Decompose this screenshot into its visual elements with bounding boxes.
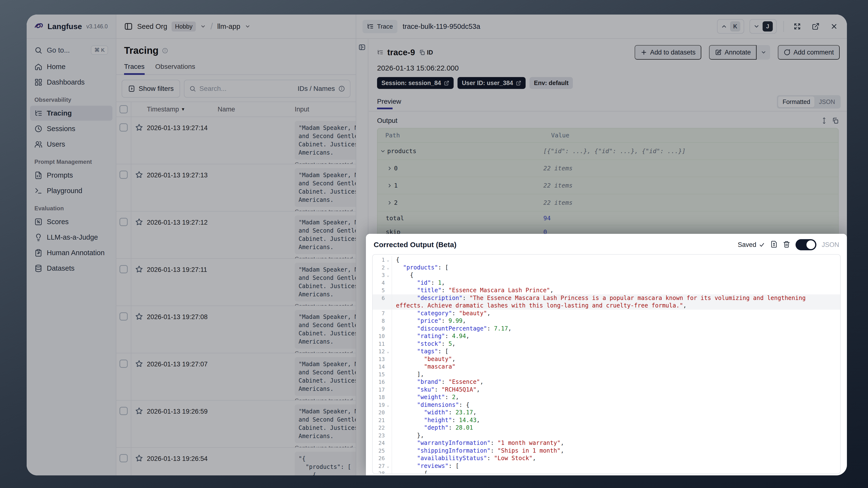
code-line[interactable]: 14 "mascara"	[373, 363, 840, 371]
bookmark-star-button[interactable]	[131, 117, 147, 164]
add-to-datasets-button[interactable]: Add to datasets	[634, 45, 702, 60]
code-line[interactable]: 13 "beauty",	[373, 356, 840, 363]
code-line[interactable]: 10 "rating": 4.94,	[373, 332, 840, 340]
table-row[interactable]: 2026-01-13 19:27:14"Madam Speaker, Ma an…	[116, 117, 356, 164]
info-icon[interactable]	[162, 48, 168, 54]
table-row[interactable]: 2026-01-13 19:27:07"Madam Speaker, Ma an…	[116, 353, 356, 400]
table-row[interactable]: 2026-01-13 19:27:13"Madam Speaker, Ma an…	[116, 164, 356, 212]
toggle-json[interactable]: JSON	[814, 96, 839, 108]
close-button[interactable]	[828, 20, 841, 33]
code-line[interactable]: 3⌄ {	[373, 271, 840, 279]
prev-trace-button[interactable]: K	[717, 19, 744, 34]
next-trace-button[interactable]: J	[749, 19, 777, 34]
tab-observations[interactable]: Observations	[155, 63, 195, 74]
sidebar-item-sessions[interactable]: Sessions	[30, 121, 113, 136]
code-line[interactable]: 24 "warrantyInformation": "1 month warra…	[373, 439, 840, 447]
code-line[interactable]: 26 "availabilityStatus": "Low Stock",	[373, 455, 840, 462]
code-line[interactable]: 12⌄ "tags": [	[373, 348, 840, 356]
fold-chevron-icon[interactable]: ⌄	[385, 348, 391, 356]
sidebar-item-playground[interactable]: Playground	[30, 183, 113, 198]
column-input[interactable]: Input	[294, 105, 356, 113]
sidebar-item-home[interactable]: Home	[30, 59, 113, 74]
code-line[interactable]: 8 "price": 9.99,	[373, 317, 840, 325]
code-line[interactable]: 9 "discountPercentage": 7.17,	[373, 325, 840, 333]
output-row[interactable]: 022 items	[377, 160, 838, 177]
bookmark-star-button[interactable]	[131, 164, 147, 211]
json-code-editor[interactable]: 1⌄{2⌄ "products": [3⌄ {4 "id": 1,5 "titl…	[372, 254, 841, 474]
table-row[interactable]: 2026-01-13 19:27:08"Madam Speaker, Ma an…	[116, 306, 356, 353]
bookmark-star-button[interactable]	[131, 212, 147, 258]
table-row[interactable]: 2026-01-13 19:26:54"{ "products": [ {	[116, 448, 356, 476]
panel-expand-icon[interactable]	[359, 43, 366, 51]
row-checkbox[interactable]	[120, 312, 128, 321]
org-name[interactable]: Seed Org	[137, 23, 167, 31]
code-line[interactable]: 5 "title": "Essence Mascara Lash Prince"…	[373, 287, 840, 295]
column-timestamp[interactable]: Timestamp▼	[147, 105, 218, 113]
bookmark-star-button[interactable]	[131, 400, 147, 447]
table-row[interactable]: 2026-01-13 19:27:12"Madam Speaker, Ma an…	[116, 212, 356, 259]
toggle-formatted[interactable]: Formatted	[778, 96, 814, 108]
sidebar-item-datasets[interactable]: Datasets	[30, 261, 113, 276]
bookmark-star-button[interactable]	[131, 448, 147, 476]
annotate-dropdown-button[interactable]	[756, 45, 770, 60]
code-line[interactable]: 28⌄ {	[373, 470, 840, 474]
code-line[interactable]: 1⌄{	[373, 256, 840, 264]
metadata-badge[interactable]: Session: session_84	[377, 77, 454, 89]
expand-vertical-icon[interactable]	[821, 117, 828, 124]
code-line[interactable]: 7 "category": "beauty",	[373, 310, 840, 317]
fold-chevron-icon[interactable]: ⌄	[385, 462, 391, 470]
code-line[interactable]: 19⌄ "dimensions": {	[373, 401, 840, 409]
metadata-badge[interactable]: User ID: user_384	[458, 77, 526, 89]
code-line[interactable]: 18 "weight": 2,	[373, 394, 840, 401]
row-checkbox[interactable]	[120, 218, 128, 226]
code-line[interactable]: 22 "depth": 28.01	[373, 424, 840, 432]
table-row[interactable]: 2026-01-13 19:26:59"Madam Speaker, Ma an…	[116, 400, 356, 448]
code-line[interactable]: 6 "description": "The Essence Mascara La…	[373, 295, 840, 310]
copy-icon[interactable]	[832, 117, 839, 124]
bookmark-star-button[interactable]	[131, 259, 147, 306]
chevron-down-icon[interactable]	[200, 24, 206, 29]
column-name[interactable]: Name	[218, 105, 294, 113]
output-row[interactable]: products[{"id": ...}, {"id": ...}, {"id"…	[377, 143, 838, 160]
sidebar-toggle-icon[interactable]	[124, 22, 133, 31]
row-checkbox[interactable]	[120, 171, 128, 179]
code-line[interactable]: 17 "sku": "RCH45Q1A",	[373, 386, 840, 394]
goto-search[interactable]: Go to... ⌘ K	[30, 43, 113, 58]
table-row[interactable]: 2026-01-13 19:27:11"Madam Speaker, Ma an…	[116, 259, 356, 306]
row-checkbox[interactable]	[120, 360, 128, 368]
tab-preview[interactable]: Preview	[377, 98, 401, 109]
delete-button[interactable]	[783, 241, 790, 249]
select-all-checkbox[interactable]	[120, 105, 128, 113]
search-scope[interactable]: IDs / Names	[298, 85, 335, 93]
bookmark-star-button[interactable]	[131, 306, 147, 353]
code-line[interactable]: 25 "shippingInformation": "Ships in 1 mo…	[373, 447, 840, 455]
sidebar-item-dashboards[interactable]: Dashboards	[30, 74, 113, 90]
row-checkbox[interactable]	[120, 407, 128, 415]
open-external-button[interactable]	[809, 20, 822, 33]
show-filters-button[interactable]: Show filters	[122, 80, 180, 98]
search-input[interactable]: Search... IDs / Names	[184, 80, 350, 98]
sidebar-item-llm-as-a-judge[interactable]: LLM-as-a-Judge	[30, 230, 113, 245]
row-checkbox[interactable]	[120, 454, 128, 462]
file-diff-button[interactable]	[770, 241, 778, 249]
code-line[interactable]: 20 "width": 23.17,	[373, 409, 840, 417]
json-mode-toggle[interactable]	[796, 239, 816, 250]
fold-chevron-icon[interactable]: ⌄	[385, 470, 391, 474]
row-checkbox[interactable]	[120, 265, 128, 273]
code-line[interactable]: 4 "id": 1,	[373, 279, 840, 287]
project-name[interactable]: llm-app	[217, 23, 240, 31]
annotate-button[interactable]: Annotate	[709, 45, 756, 60]
output-row[interactable]: 222 items	[377, 194, 838, 212]
sidebar-item-prompts[interactable]: Prompts	[30, 168, 113, 183]
chevron-down-icon[interactable]	[245, 24, 251, 29]
fold-chevron-icon[interactable]: ⌄	[385, 401, 391, 409]
sidebar-item-tracing[interactable]: Tracing	[30, 105, 113, 121]
code-line[interactable]: 23 },	[373, 432, 840, 439]
sidebar-item-human-annotation[interactable]: Human Annotation	[30, 245, 113, 260]
info-icon[interactable]	[338, 85, 345, 92]
code-line[interactable]: 21 "height": 14.43,	[373, 417, 840, 424]
code-line[interactable]: 15 ],	[373, 371, 840, 378]
fold-chevron-icon[interactable]: ⌄	[385, 256, 391, 264]
tab-traces[interactable]: Traces	[124, 63, 145, 74]
copy-id-button[interactable]: ID	[419, 49, 433, 56]
